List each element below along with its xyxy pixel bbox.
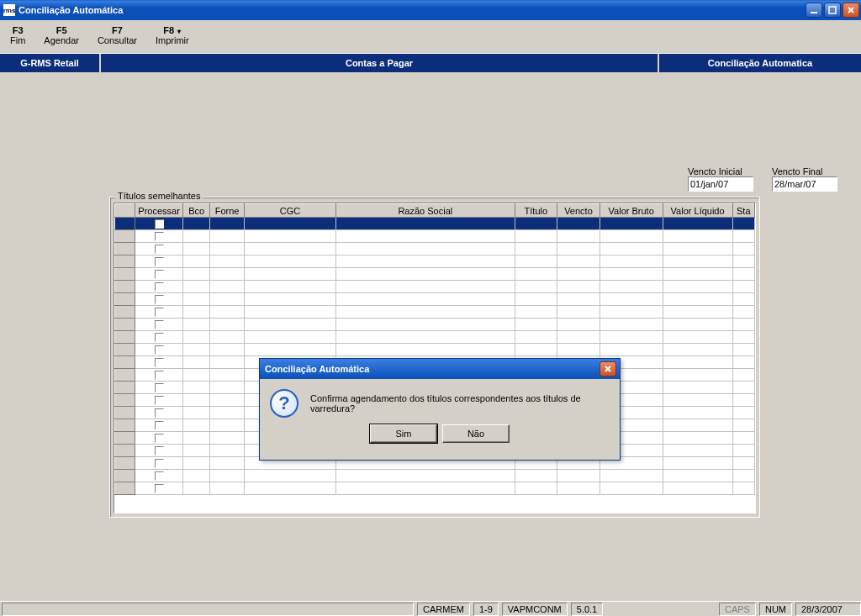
toolbar-consultar[interactable]: F7 Consultar [94, 24, 140, 47]
grid-cell[interactable] [732, 331, 754, 344]
grid-cell[interactable] [600, 331, 663, 344]
processar-checkbox[interactable] [155, 421, 164, 430]
grid-cell[interactable] [244, 344, 335, 356]
grid-cell[interactable] [210, 293, 244, 306]
processar-checkbox[interactable] [155, 232, 164, 241]
grid-cell[interactable] [244, 482, 335, 495]
grid-cell[interactable] [210, 218, 244, 230]
processar-cell[interactable] [135, 356, 183, 369]
vencto-inicial-input[interactable] [688, 176, 753, 192]
grid-cell[interactable] [732, 369, 754, 382]
grid-cell[interactable] [210, 382, 244, 394]
grid-cell[interactable] [182, 344, 209, 356]
grid-cell[interactable] [182, 319, 209, 331]
grid-cell[interactable] [732, 457, 754, 470]
table-row[interactable] [115, 482, 755, 495]
grid-cell[interactable] [515, 344, 557, 356]
processar-checkbox[interactable] [155, 345, 164, 355]
processar-checkbox[interactable] [155, 408, 164, 418]
grid-cell[interactable] [732, 382, 754, 394]
grid-cell[interactable] [182, 407, 209, 419]
row-header-cell[interactable] [115, 230, 135, 243]
row-header-cell[interactable] [115, 432, 135, 445]
grid-cell[interactable] [244, 255, 335, 268]
grid-cell[interactable] [732, 394, 754, 407]
grid-cell[interactable] [244, 281, 335, 293]
grid-cell[interactable] [663, 457, 732, 470]
processar-checkbox[interactable] [155, 484, 164, 493]
grid-cell[interactable] [182, 419, 209, 432]
processar-cell[interactable] [135, 445, 183, 457]
grid-cell[interactable] [732, 432, 754, 445]
grid-cell[interactable] [600, 218, 663, 230]
col-titulo[interactable]: Título [515, 204, 557, 218]
grid-cell[interactable] [732, 268, 754, 281]
grid-cell[interactable] [600, 243, 663, 255]
processar-checkbox[interactable] [155, 371, 164, 380]
processar-cell[interactable] [135, 419, 183, 432]
row-header-cell[interactable] [115, 356, 135, 369]
grid-cell[interactable] [182, 432, 209, 445]
grid-cell[interactable] [732, 218, 754, 230]
grid-cell[interactable] [732, 470, 754, 482]
processar-cell[interactable] [135, 344, 183, 356]
grid-cell[interactable] [210, 445, 244, 457]
grid-cell[interactable] [244, 268, 335, 281]
grid-cell[interactable] [210, 394, 244, 407]
grid-cell[interactable] [515, 293, 557, 306]
grid-cell[interactable] [182, 482, 209, 495]
grid-cell[interactable] [210, 306, 244, 319]
grid-cell[interactable] [336, 482, 515, 495]
row-header-cell[interactable] [115, 255, 135, 268]
processar-cell[interactable] [135, 369, 183, 382]
grid-cell[interactable] [732, 482, 754, 495]
grid-cell[interactable] [732, 419, 754, 432]
row-header-cell[interactable] [115, 319, 135, 331]
grid-cell[interactable] [336, 344, 515, 356]
processar-checkbox[interactable] [155, 383, 164, 392]
grid-cell[interactable] [515, 230, 557, 243]
grid-cell[interactable] [210, 470, 244, 482]
grid-cell[interactable] [244, 306, 335, 319]
grid-cell[interactable] [182, 281, 209, 293]
dialog-no-button[interactable]: Não [442, 424, 510, 443]
row-header-cell[interactable] [115, 394, 135, 407]
grid-cell[interactable] [336, 281, 515, 293]
grid-cell[interactable] [732, 281, 754, 293]
grid-cell[interactable] [515, 255, 557, 268]
grid-cell[interactable] [557, 482, 600, 495]
table-row[interactable] [115, 243, 755, 255]
processar-checkbox[interactable] [155, 358, 164, 367]
grid-cell[interactable] [182, 470, 209, 482]
processar-cell[interactable] [135, 407, 183, 419]
grid-cell[interactable] [732, 293, 754, 306]
grid-cell[interactable] [663, 268, 732, 281]
grid-cell[interactable] [663, 218, 732, 230]
processar-cell[interactable] [135, 382, 183, 394]
grid-cell[interactable] [182, 243, 209, 255]
processar-checkbox[interactable] [155, 459, 164, 468]
grid-cell[interactable] [663, 445, 732, 457]
grid-cell[interactable] [557, 470, 600, 482]
toolbar-fim[interactable]: F3 Fim [7, 24, 29, 47]
grid-cell[interactable] [732, 255, 754, 268]
grid-cell[interactable] [336, 255, 515, 268]
grid-cell[interactable] [182, 293, 209, 306]
grid-cell[interactable] [663, 419, 732, 432]
processar-cell[interactable] [135, 268, 183, 281]
grid-cell[interactable] [663, 407, 732, 419]
grid-cell[interactable] [244, 293, 335, 306]
row-header-cell[interactable] [115, 331, 135, 344]
grid-cell[interactable] [663, 306, 732, 319]
processar-checkbox[interactable] [155, 257, 164, 266]
grid-cell[interactable] [515, 306, 557, 319]
col-processar[interactable]: Processar [135, 204, 183, 218]
processar-cell[interactable] [135, 218, 183, 230]
grid-cell[interactable] [210, 457, 244, 470]
processar-checkbox[interactable] [155, 295, 164, 304]
grid-cell[interactable] [663, 255, 732, 268]
processar-cell[interactable] [135, 293, 183, 306]
row-header-cell[interactable] [115, 218, 135, 230]
grid-cell[interactable] [600, 319, 663, 331]
grid-cell[interactable] [210, 243, 244, 255]
